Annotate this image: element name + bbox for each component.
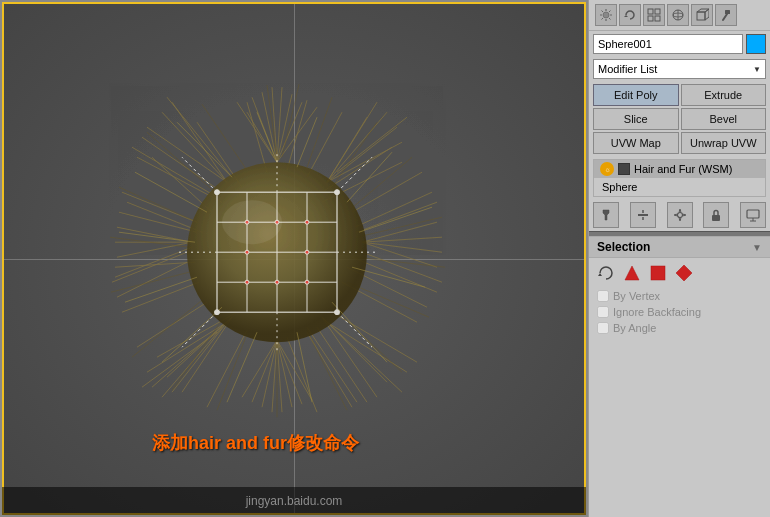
by-angle-row: By Angle bbox=[589, 320, 770, 336]
svg-marker-168 bbox=[678, 209, 681, 212]
nav-btn-lock[interactable] bbox=[703, 202, 729, 228]
svg-line-131 bbox=[337, 157, 372, 192]
svg-line-92 bbox=[111, 272, 189, 292]
ignore-backfacing-checkbox[interactable] bbox=[597, 306, 609, 318]
svg-point-128 bbox=[275, 280, 279, 284]
svg-line-10 bbox=[327, 127, 397, 182]
svg-line-103 bbox=[332, 302, 387, 362]
svg-rect-156 bbox=[697, 12, 705, 20]
svg-marker-148 bbox=[624, 15, 628, 17]
svg-line-57 bbox=[172, 102, 227, 182]
buttons-grid: Edit Poly Extrude Slice Bevel UVW Map Un… bbox=[589, 81, 770, 157]
svg-rect-175 bbox=[712, 215, 720, 221]
svg-line-20 bbox=[362, 242, 437, 267]
slice-button[interactable]: Slice bbox=[593, 108, 679, 130]
svg-line-53 bbox=[122, 192, 197, 222]
svg-line-58 bbox=[142, 137, 222, 192]
uvw-map-button[interactable]: UVW Map bbox=[593, 132, 679, 154]
svg-line-63 bbox=[287, 100, 307, 170]
svg-line-77 bbox=[115, 262, 195, 267]
edit-poly-button[interactable]: Edit Poly bbox=[593, 84, 679, 106]
svg-line-39 bbox=[277, 340, 312, 400]
modifier-list-dropdown[interactable]: Modifier List ▼ bbox=[593, 59, 766, 79]
nav-btn-monitor[interactable] bbox=[740, 202, 766, 228]
watermark-bar: jingyan.baidu.com bbox=[2, 487, 586, 515]
sel-icon-poly[interactable] bbox=[647, 262, 669, 284]
toolbar-icon-box[interactable] bbox=[691, 4, 713, 26]
svg-line-18 bbox=[362, 237, 442, 242]
nav-btn-move[interactable] bbox=[667, 202, 693, 228]
stack-checkbox[interactable] bbox=[618, 163, 630, 175]
svg-line-60 bbox=[167, 97, 232, 177]
toolbar-icon-sphere[interactable] bbox=[667, 4, 689, 26]
svg-line-101 bbox=[359, 207, 432, 232]
svg-line-55 bbox=[162, 112, 227, 182]
ignore-backfacing-label: Ignore Backfacing bbox=[613, 306, 701, 318]
modifier-stack-item1-label: Hair and Fur (WSM) bbox=[634, 163, 732, 175]
object-name-row bbox=[589, 31, 770, 57]
svg-line-145 bbox=[609, 18, 611, 20]
svg-rect-149 bbox=[648, 9, 653, 14]
annotation-text: 添加hair and fur修改命令 bbox=[152, 431, 359, 455]
sel-icon-vertex[interactable] bbox=[621, 262, 643, 284]
svg-line-107 bbox=[125, 277, 197, 302]
svg-marker-180 bbox=[625, 266, 639, 280]
watermark-text: jingyan.baidu.com bbox=[246, 494, 343, 508]
svg-line-64 bbox=[307, 112, 342, 177]
svg-line-96 bbox=[202, 104, 247, 170]
by-vertex-row: By Vertex bbox=[589, 288, 770, 304]
svg-line-26 bbox=[322, 317, 402, 392]
viewport[interactable]: 添加hair and fur修改命令 jingyan.baidu.com bbox=[0, 0, 588, 517]
modifier-list-label: Modifier List bbox=[598, 63, 657, 75]
toolbar-icon-hammer[interactable] bbox=[715, 4, 737, 26]
ignore-backfacing-row: Ignore Backfacing bbox=[589, 304, 770, 320]
by-angle-label: By Angle bbox=[613, 322, 656, 334]
svg-point-166 bbox=[677, 213, 682, 218]
by-angle-checkbox[interactable] bbox=[597, 322, 609, 334]
sel-icon-orbit[interactable] bbox=[595, 262, 617, 284]
svg-line-109 bbox=[135, 172, 207, 212]
svg-rect-150 bbox=[655, 9, 660, 14]
svg-rect-151 bbox=[648, 16, 653, 21]
svg-rect-176 bbox=[747, 210, 759, 218]
svg-line-94 bbox=[119, 187, 197, 222]
svg-line-61 bbox=[132, 147, 217, 197]
sel-icon-element[interactable] bbox=[673, 262, 695, 284]
svg-point-138 bbox=[222, 200, 282, 244]
nav-buttons bbox=[589, 199, 770, 231]
svg-line-52 bbox=[112, 252, 187, 282]
modifier-stack-header[interactable]: ☼ Hair and Fur (WSM) bbox=[594, 160, 765, 178]
extrude-button[interactable]: Extrude bbox=[681, 84, 767, 106]
svg-line-147 bbox=[602, 18, 604, 20]
svg-line-69 bbox=[355, 192, 432, 227]
svg-line-110 bbox=[177, 122, 232, 177]
object-name-input[interactable] bbox=[593, 34, 743, 54]
by-vertex-checkbox[interactable] bbox=[597, 290, 609, 302]
bevel-button[interactable]: Bevel bbox=[681, 108, 767, 130]
selection-title: Selection bbox=[597, 240, 650, 254]
unwrap-uvw-button[interactable]: Unwrap UVW bbox=[681, 132, 767, 154]
svg-marker-170 bbox=[678, 219, 681, 222]
svg-point-139 bbox=[603, 12, 609, 18]
svg-point-129 bbox=[305, 280, 309, 284]
by-vertex-label: By Vertex bbox=[613, 290, 660, 302]
selection-expand[interactable]: ▼ bbox=[752, 242, 762, 253]
selection-icons-row bbox=[589, 258, 770, 288]
nav-btn-sep[interactable] bbox=[630, 202, 656, 228]
stack-icon: ☼ bbox=[600, 162, 614, 176]
svg-line-19 bbox=[362, 242, 442, 252]
svg-line-105 bbox=[227, 332, 257, 402]
modifier-stack-item2[interactable]: Sphere bbox=[594, 178, 765, 196]
svg-point-124 bbox=[305, 220, 309, 224]
toolbar-icon-rotate[interactable] bbox=[619, 4, 641, 26]
svg-line-133 bbox=[337, 312, 372, 347]
object-color-swatch[interactable] bbox=[746, 34, 766, 54]
toolbar-icon-sun[interactable] bbox=[595, 4, 617, 26]
svg-line-146 bbox=[609, 11, 611, 13]
selection-header: Selection ▼ bbox=[589, 237, 770, 258]
nav-btn-pin[interactable] bbox=[593, 202, 619, 228]
svg-line-46 bbox=[142, 332, 217, 387]
modifier-stack: ☼ Hair and Fur (WSM) Sphere bbox=[593, 159, 766, 197]
hairball-container bbox=[107, 82, 447, 422]
toolbar-icon-grid[interactable] bbox=[643, 4, 665, 26]
